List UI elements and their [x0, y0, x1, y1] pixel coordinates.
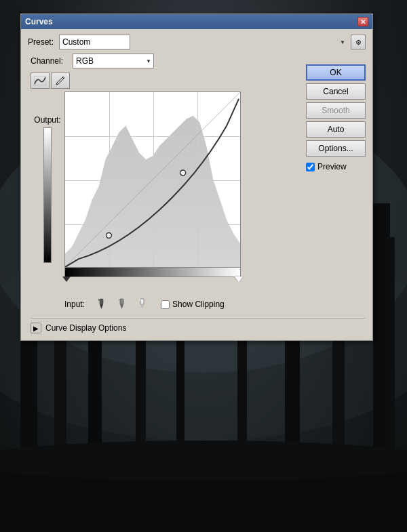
black-eyedropper-button[interactable]: [94, 298, 111, 311]
channel-label: Channel:: [31, 56, 70, 66]
expand-curve-display-button[interactable]: ▶: [31, 323, 41, 333]
svg-rect-20: [98, 299, 100, 301]
gray-eyedropper-icon: [117, 298, 129, 310]
preview-row: Preview: [306, 162, 366, 171]
svg-rect-21: [120, 299, 123, 304]
pencil-tool-button[interactable]: [51, 73, 70, 89]
white-eyedropper-button[interactable]: [135, 298, 151, 311]
svg-point-13: [0, 441, 407, 481]
pencil-icon: [55, 75, 66, 86]
curve-tool-button[interactable]: [31, 73, 50, 89]
curve-tool-icon: [34, 76, 46, 85]
input-gradient-bar: [64, 268, 241, 277]
preview-checkbox[interactable]: [306, 163, 315, 171]
options-button[interactable]: Options...: [306, 140, 366, 157]
dialog-body: Preset: Custom Default Strong Contrast I…: [21, 29, 372, 340]
preview-label: Preview: [317, 162, 347, 171]
curve-point-2[interactable]: [180, 170, 186, 176]
curve-display-options: ▶ Curve Display Options: [31, 318, 366, 333]
dialog-title: Curves: [25, 17, 53, 26]
curves-dialog: Curves ✕ Preset: Custom Default Strong C…: [20, 14, 373, 341]
bottom-tools-row: Input:: [64, 298, 366, 311]
preset-label: Preset:: [28, 37, 56, 47]
auto-button[interactable]: Auto: [306, 121, 366, 138]
channel-select[interactable]: RGB Red Green Blue: [73, 54, 154, 68]
title-bar: Curves ✕: [21, 14, 372, 29]
smooth-button[interactable]: Smooth: [306, 102, 366, 119]
curve-display-options-label: Curve Display Options: [45, 323, 126, 333]
show-clipping-checkbox[interactable]: [161, 300, 170, 309]
svg-line-17: [65, 92, 240, 267]
svg-rect-18: [100, 299, 103, 304]
preset-options-button[interactable]: ⚙: [351, 35, 366, 49]
cancel-button[interactable]: Cancel: [306, 83, 366, 100]
title-bar-buttons: ✕: [357, 17, 368, 26]
dialog-panel: Curves ✕ Preset: Custom Default Strong C…: [20, 14, 373, 341]
curve-point-1[interactable]: [106, 232, 112, 238]
svg-marker-22: [120, 304, 123, 309]
white-eyedropper-icon: [137, 298, 149, 310]
ok-button[interactable]: OK: [306, 64, 366, 81]
svg-rect-26: [139, 299, 140, 301]
channel-select-wrapper: RGB Red Green Blue: [73, 54, 154, 68]
show-clipping-label: Show Clipping: [172, 300, 225, 309]
show-clipping-row: Show Clipping: [161, 300, 225, 309]
svg-marker-25: [140, 304, 144, 309]
preset-select[interactable]: Custom Default Strong Contrast Increase …: [59, 35, 130, 49]
close-button[interactable]: ✕: [357, 17, 368, 26]
output-label: Output:: [34, 115, 60, 125]
svg-marker-19: [100, 304, 103, 309]
output-label-col: Output:: [31, 91, 64, 287]
input-black-point[interactable]: [62, 277, 71, 282]
curve-canvas[interactable]: [64, 91, 241, 268]
gray-eyedropper-button[interactable]: [115, 298, 131, 311]
input-label: Input:: [64, 300, 85, 309]
input-white-point[interactable]: [235, 277, 243, 282]
black-eyedropper-icon: [96, 298, 109, 310]
svg-rect-24: [140, 299, 144, 304]
preset-row: Preset: Custom Default Strong Contrast I…: [28, 35, 366, 49]
svg-rect-23: [119, 299, 120, 301]
right-buttons-panel: OK Cancel Smooth Auto Options... Preview: [306, 64, 366, 171]
curve-svg: [65, 92, 240, 267]
preset-select-wrapper: Custom Default Strong Contrast Increase …: [59, 35, 348, 49]
output-gradient-bar: [43, 127, 52, 263]
